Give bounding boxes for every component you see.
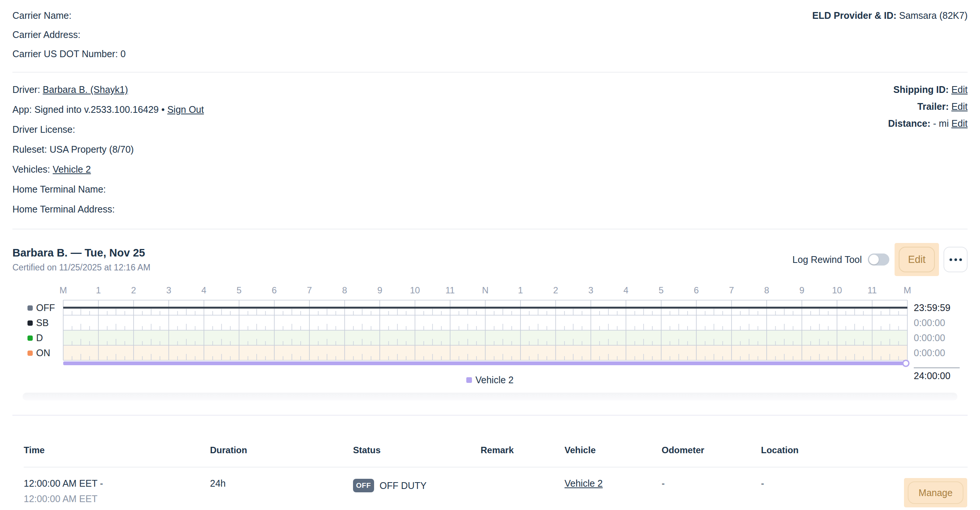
shipping-id-edit-link[interactable]: Edit <box>951 84 967 95</box>
col-header-duration: Duration <box>210 445 353 456</box>
vehicle-cell: Vehicle 2 <box>565 478 662 489</box>
axis-hour-label: 11 <box>858 285 888 296</box>
driver-info: Driver: Barbara B. (Shayk1) App: Signed … <box>13 84 204 223</box>
status-legend-swatch <box>27 321 33 326</box>
driver-section: Driver: Barbara B. (Shayk1) App: Signed … <box>13 73 967 229</box>
carrier-section: Carrier Name: Carrier Address: Carrier U… <box>13 0 967 73</box>
home-terminal-name-line: Home Terminal Name: <box>13 184 204 195</box>
log-card-footer-band <box>22 392 958 400</box>
driver-name-link[interactable]: Barbara B. (Shayk1) <box>43 84 128 95</box>
totals-divider <box>914 367 960 368</box>
carrier-name-label: Carrier Name: <box>13 10 72 21</box>
col-header-status: Status <box>353 445 480 456</box>
axis-hour-label: 5 <box>646 285 676 296</box>
axis-hour-label: 7 <box>717 285 747 296</box>
carrier-address-line: Carrier Address: <box>13 29 126 40</box>
app-line: App: Signed into v.2533.100.16429 • Sign… <box>13 104 204 116</box>
app-version-value: Signed into v.2533.100.16429 <box>34 104 158 115</box>
status-legend-swatch <box>27 335 33 341</box>
status-cell: OFF OFF DUTY <box>353 479 480 493</box>
distance-label: Distance: <box>888 118 931 129</box>
shipping-id-label: Shipping ID: <box>893 84 949 95</box>
axis-hour-label: 5 <box>224 285 254 296</box>
vehicle-legend-swatch <box>466 377 472 383</box>
sign-out-link[interactable]: Sign Out <box>167 104 204 115</box>
col-header-remark: Remark <box>480 445 565 456</box>
vehicle-link[interactable]: Vehicle 2 <box>52 164 91 175</box>
eld-provider-line: ELD Provider & ID: Samsara (82K7) <box>812 10 967 67</box>
driver-license-line: Driver License: <box>13 124 204 135</box>
ellipsis-icon <box>955 258 957 261</box>
edit-log-button[interactable]: Edit <box>894 243 939 276</box>
log-events-table: Time Duration Status Remark Vehicle Odom… <box>13 445 967 510</box>
axis-hour-label: 9 <box>787 285 817 296</box>
home-terminal-address-label: Home Terminal Address: <box>13 204 115 214</box>
status-legend-item: SB <box>27 318 49 328</box>
ellipsis-icon <box>959 258 962 261</box>
carrier-info: Carrier Name: Carrier Address: Carrier U… <box>13 10 126 67</box>
vehicles-line: Vehicles: Vehicle 2 <box>13 164 204 175</box>
trailer-label: Trailer: <box>918 101 949 112</box>
shipping-id-line: Shipping ID: Edit <box>888 84 967 95</box>
axis-hour-label: 8 <box>752 285 782 296</box>
trip-info: Shipping ID: Edit Trailer: Edit Distance… <box>888 84 967 223</box>
carrier-name-line: Carrier Name: <box>13 10 126 21</box>
status-label: OFF DUTY <box>380 480 427 491</box>
status-total: 23:59:59 <box>914 302 950 313</box>
driver-license-label: Driver License: <box>13 124 75 135</box>
status-legend-item: D <box>27 332 43 343</box>
ruleset-value: USA Property (8/70) <box>50 144 134 154</box>
trailer-edit-link[interactable]: Edit <box>951 101 967 112</box>
distance-line: Distance: - mi Edit <box>888 118 967 129</box>
axis-hour-label: 6 <box>681 285 711 296</box>
axis-hour-label: 4 <box>189 285 219 296</box>
axis-hour-label: 9 <box>365 285 395 296</box>
driver-line: Driver: Barbara B. (Shayk1) <box>13 84 204 95</box>
log-title-block: Barbara B. — Tue, Nov 25 Certified on 11… <box>13 246 151 273</box>
axis-hour-label: 10 <box>822 285 852 296</box>
axis-hour-label: 10 <box>400 285 430 296</box>
distance-edit-link[interactable]: Edit <box>951 118 967 129</box>
carrier-dot-value: 0 <box>121 49 126 59</box>
vehicle-track-endpoint <box>903 360 909 366</box>
vehicle-track-legend: Vehicle 2 <box>13 375 967 386</box>
log-controls: Log Rewind Tool Edit <box>792 243 967 276</box>
status-legend-swatch <box>27 305 33 311</box>
carrier-dot-label: Carrier US DOT Number: <box>13 49 118 59</box>
axis-hour-label: 2 <box>119 285 149 296</box>
axis-hour-label: 7 <box>294 285 325 296</box>
eld-log-page: Carrier Name: Carrier Address: Carrier U… <box>0 0 980 510</box>
trailer-line: Trailer: Edit <box>888 101 967 113</box>
vehicle-track-bar <box>63 361 907 365</box>
time-start: 12:00:00 AM EET - <box>24 478 210 489</box>
more-menu-button[interactable] <box>943 247 967 272</box>
axis-hour-label: 6 <box>259 285 290 296</box>
vehicles-label: Vehicles: <box>13 164 50 175</box>
axis-hour-label: N <box>471 285 501 296</box>
log-rewind-toggle[interactable] <box>868 254 889 265</box>
log-certified-text: Certified on 11/25/2025 at 12:16 AM <box>13 262 151 273</box>
status-total: 0:00:00 <box>914 348 945 358</box>
odometer-cell: - <box>662 478 761 489</box>
toggle-knob <box>869 255 879 264</box>
bullet-separator: • <box>161 104 165 115</box>
eld-provider-label: ELD Provider & ID: <box>812 10 896 21</box>
edit-log-button-label: Edit <box>899 247 935 272</box>
status-legend-item: ON <box>27 348 51 358</box>
time-end: 12:00:00 AM EET <box>24 493 210 504</box>
col-header-time: Time <box>24 445 210 456</box>
status-legend-item: OFF <box>27 302 55 313</box>
eld-provider-value: Samsara (82K7) <box>899 10 967 21</box>
axis-hour-label: 8 <box>330 285 360 296</box>
manage-button[interactable]: Manage <box>904 478 967 507</box>
axis-hour-label: 1 <box>84 285 114 296</box>
axis-hour-label: M <box>892 285 923 296</box>
ruleset-line: Ruleset: USA Property (8/70) <box>13 144 204 155</box>
app-label: App: <box>13 104 32 115</box>
status-legend-swatch <box>27 351 33 356</box>
vehicle-row-link[interactable]: Vehicle 2 <box>565 478 603 489</box>
time-cell: 12:00:00 AM EET - 12:00:00 AM EET <box>24 478 210 504</box>
col-header-location: Location <box>761 445 904 456</box>
table-header-row: Time Duration Status Remark Vehicle Odom… <box>24 445 967 467</box>
distance-value: - mi <box>933 118 949 129</box>
